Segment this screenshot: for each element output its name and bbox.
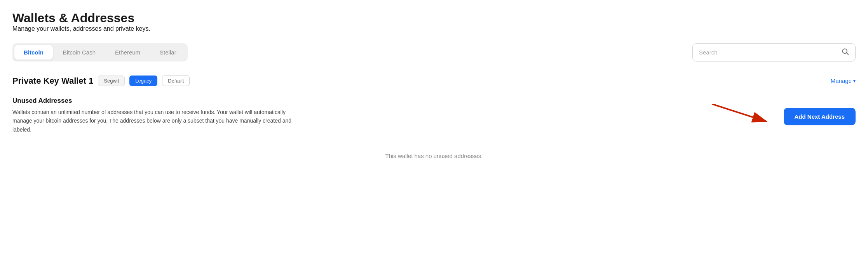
page-subtitle: Manage your wallets, addresses and priva… <box>12 25 856 32</box>
wallet-name: Private Key Wallet 1 <box>12 76 93 86</box>
tab-bitcoin[interactable]: Bitcoin <box>14 45 53 60</box>
unused-body-row: Wallets contain an unlimited number of a… <box>12 108 856 134</box>
legacy-badge[interactable]: Legacy <box>129 76 157 86</box>
segwit-badge[interactable]: Segwit <box>98 76 125 86</box>
right-section: Add Next Address <box>784 108 856 125</box>
page-title: Wallets & Addresses <box>12 11 856 25</box>
red-arrow-icon <box>712 104 774 127</box>
manage-link[interactable]: Manage ▾ <box>831 77 856 84</box>
tab-stellar[interactable]: Stellar <box>150 45 186 60</box>
wallet-section: Private Key Wallet 1 Segwit Legacy Defau… <box>12 76 856 159</box>
tab-bitcoin-cash[interactable]: Bitcoin Cash <box>54 45 105 60</box>
tabs-container: Bitcoin Bitcoin Cash Ethereum Stellar <box>12 43 188 61</box>
unused-addresses-section: Unused Addresses Wallets contain an unli… <box>12 97 856 134</box>
search-container <box>692 43 856 61</box>
add-next-address-button[interactable]: Add Next Address <box>784 108 856 125</box>
unused-addresses-title: Unused Addresses <box>12 97 856 105</box>
search-input[interactable] <box>699 49 838 56</box>
svg-line-1 <box>847 53 849 55</box>
empty-state: This wallet has no unused addresses. <box>12 153 856 159</box>
manage-label: Manage <box>831 77 852 84</box>
tab-ethereum[interactable]: Ethereum <box>106 45 150 60</box>
search-icon <box>841 47 849 57</box>
chevron-down-icon: ▾ <box>853 78 856 84</box>
default-badge[interactable]: Default <box>162 76 190 86</box>
wallet-header: Private Key Wallet 1 Segwit Legacy Defau… <box>12 76 856 86</box>
wallet-title-row: Private Key Wallet 1 Segwit Legacy Defau… <box>12 76 190 86</box>
unused-description: Wallets contain an unlimited number of a… <box>12 108 300 134</box>
